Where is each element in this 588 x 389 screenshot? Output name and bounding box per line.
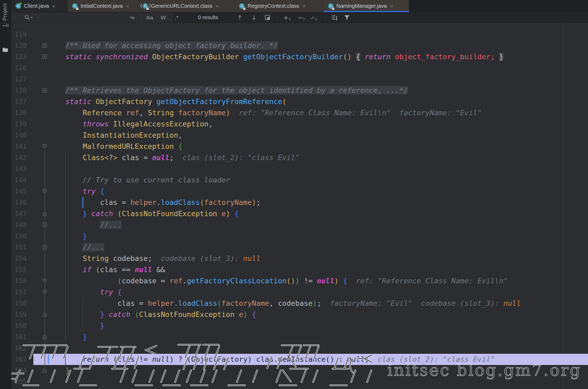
line-number[interactable]: 156: [11, 275, 27, 287]
line-number[interactable]: 126: [11, 62, 27, 74]
code-line[interactable]: 148 //...: [0, 219, 588, 231]
line-number[interactable]: 159: [11, 309, 27, 320]
code-line[interactable]: 137 static ObjectFactory getObjectFactor…: [0, 96, 588, 107]
line-number[interactable]: 139: [11, 118, 27, 130]
divider: [141, 14, 141, 21]
code-line[interactable]: 159 } catch (ClassNotFoundException e) {: [0, 309, 588, 320]
code-line[interactable]: 141 MalformedURLException {: [0, 141, 588, 152]
line-number[interactable]: 143: [11, 163, 27, 174]
code-line[interactable]: 128 /** Retrieves the ObjectFactory for …: [0, 85, 588, 96]
line-number[interactable]: 148: [11, 219, 27, 231]
code-text: }: [48, 365, 70, 376]
line-number[interactable]: 157: [11, 287, 27, 298]
tab-registrycontext-class[interactable]: CRegistryContext.class×: [235, 0, 323, 12]
code-line[interactable]: 156 (codebase = ref.getFactoryClassLocat…: [0, 275, 588, 287]
fold-plus-icon[interactable]: [42, 43, 47, 48]
line-number[interactable]: 142: [11, 152, 27, 163]
tab-close-icon[interactable]: ×: [302, 3, 305, 9]
code-line[interactable]: 127: [0, 74, 588, 85]
match-case-toggle[interactable]: Aa: [146, 12, 153, 23]
code-line[interactable]: 126: [0, 62, 588, 74]
line-number[interactable]: 120: [11, 40, 27, 51]
fold-up-icon[interactable]: [42, 368, 47, 373]
code-line[interactable]: 142 Class<?> clas = null; clas (slot_2):…: [0, 152, 588, 163]
code-line[interactable]: 151 //...: [0, 242, 588, 253]
code-line[interactable]: 138 Reference ref, String factoryName) r…: [0, 107, 588, 118]
line-number[interactable]: 164: [11, 365, 27, 376]
line-number[interactable]: 154: [11, 253, 27, 264]
folder-icon[interactable]: [2, 47, 8, 53]
tab-close-icon[interactable]: ×: [390, 3, 393, 9]
tab-namingmanager-java[interactable]: CNamingManager.java×: [323, 0, 409, 12]
line-number[interactable]: 127: [11, 74, 27, 85]
project-toolwindow-button[interactable]: 1: Project: [2, 3, 8, 27]
line-number[interactable]: 155: [11, 264, 27, 275]
line-number[interactable]: 123: [11, 51, 27, 62]
tab-close-icon[interactable]: ×: [126, 3, 129, 9]
code-line[interactable]: 150 }: [0, 231, 588, 242]
tab-close-icon[interactable]: ×: [216, 3, 219, 9]
code-line[interactable]: 140 InstantiationException,: [0, 130, 588, 141]
line-number[interactable]: 146: [11, 197, 27, 208]
code-line[interactable]: 157 try {: [0, 287, 588, 298]
find-bar: ▾ ↵ Aa W .* 0 results ↑ ↓ +II −II ✓II: [11, 12, 588, 23]
line-number[interactable]: 137: [11, 96, 27, 107]
select-all-occurrences-icon[interactable]: [264, 12, 271, 23]
code-line[interactable]: 158 clas = helper.loadClass(factoryName,…: [0, 298, 588, 309]
line-number[interactable]: 128: [11, 85, 27, 96]
line-number[interactable]: 119: [11, 29, 27, 40]
code-line[interactable]: 146 clas = helper.loadClass(factoryName)…: [0, 197, 588, 208]
line-number[interactable]: 151: [11, 242, 27, 253]
line-number[interactable]: 141: [11, 141, 27, 152]
tab-close-icon[interactable]: ×: [52, 3, 55, 9]
line-number[interactable]: 158: [11, 298, 27, 309]
line-number[interactable]: 160: [11, 320, 27, 331]
code-line[interactable]: 147 } catch (ClassNotFoundException e) {: [0, 208, 588, 219]
line-number[interactable]: 138: [11, 107, 27, 118]
whole-words-toggle[interactable]: W: [161, 12, 166, 23]
regex-toggle[interactable]: .*: [175, 12, 178, 23]
remove-occurrence-icon[interactable]: −II: [298, 12, 305, 23]
new-line-icon[interactable]: ↵: [129, 12, 134, 23]
code-line[interactable]: 154 String codebase; codebase (slot_3): …: [0, 253, 588, 264]
code-line[interactable]: 143: [0, 163, 588, 174]
fold-plus-icon[interactable]: [42, 88, 47, 93]
code-line[interactable]: 145 try {: [0, 186, 588, 197]
line-number[interactable]: 163: [11, 354, 27, 365]
tab-initialcontext-java[interactable]: CInitialContext.java×: [67, 0, 138, 12]
toggle-occurrences-icon[interactable]: ✓II: [311, 12, 317, 23]
code-text: } catch (ClassNotFoundException e) {: [48, 309, 256, 320]
line-number[interactable]: 150: [11, 231, 27, 242]
code-line[interactable]: 144 // Try to use current class loader: [0, 174, 588, 186]
line-number[interactable]: 147: [11, 208, 27, 219]
filter-funnel-icon[interactable]: [344, 12, 350, 23]
previous-occurrence-button[interactable]: ↑: [237, 12, 242, 23]
code-line[interactable]: 139 throws IllegalAccessException,: [0, 118, 588, 130]
line-number[interactable]: 162: [11, 343, 27, 354]
tab-client-java[interactable]: CClient.java×: [11, 0, 67, 12]
code-line[interactable]: 160 }: [0, 320, 588, 331]
line-number[interactable]: 144: [11, 174, 27, 186]
code-line[interactable]: 162: [0, 343, 588, 354]
line-number[interactable]: 165: [11, 376, 27, 387]
search-history-arrow-icon[interactable]: ▾: [31, 16, 33, 19]
code-text: } catch (ClassNotFoundException e) {: [48, 208, 239, 219]
filter-lines-icon[interactable]: [331, 12, 338, 23]
line-number[interactable]: 140: [11, 130, 27, 141]
tab-label: Client.java: [24, 3, 49, 9]
line-number[interactable]: 145: [11, 186, 27, 197]
code-line[interactable]: 119: [0, 29, 588, 40]
code-text: if (clas == null &&: [48, 264, 165, 275]
fold-plus-icon[interactable]: [42, 54, 47, 59]
add-occurrence-icon[interactable]: +II: [283, 12, 291, 23]
tab-genericurlcontext-class[interactable]: C()GenericURLContext.class×: [138, 0, 235, 12]
code-editor[interactable]: 119120 /** Used for accessing object fac…: [0, 23, 588, 389]
search-icon[interactable]: ▾: [24, 12, 33, 23]
code-line[interactable]: 155 if (clas == null &&: [0, 264, 588, 275]
line-number[interactable]: 161: [11, 331, 27, 343]
fold-down-icon[interactable]: [42, 144, 47, 149]
code-line[interactable]: 123 static synchronized ObjectFactoryBui…: [0, 51, 588, 62]
code-line[interactable]: 120 /** Used for accessing object factor…: [0, 40, 588, 51]
next-occurrence-button[interactable]: ↓: [251, 12, 256, 23]
code-line[interactable]: 161 }: [0, 331, 588, 343]
